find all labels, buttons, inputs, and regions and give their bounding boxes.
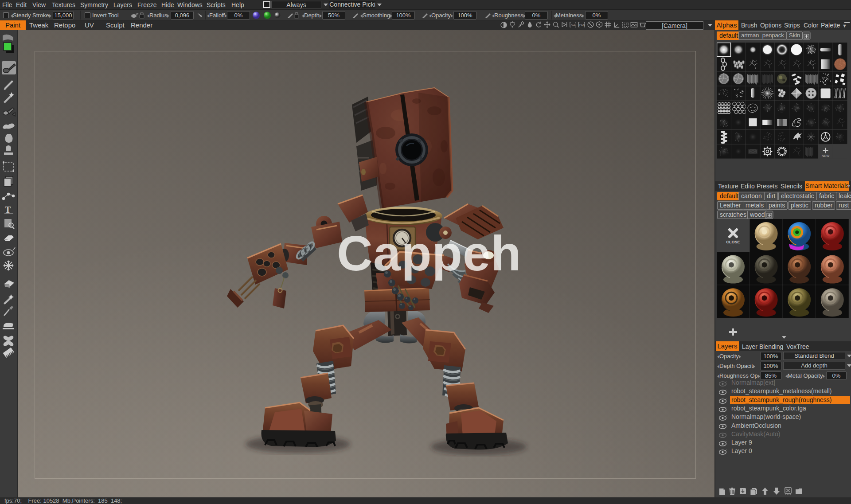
- svg-text:PEN: PEN: [579, 23, 585, 26]
- svg-text:T: T: [5, 205, 11, 215]
- svg-text:CLOSE: CLOSE: [726, 240, 740, 244]
- svg-text:NEW: NEW: [822, 154, 830, 158]
- svg-text:ALL: ALL: [571, 23, 576, 26]
